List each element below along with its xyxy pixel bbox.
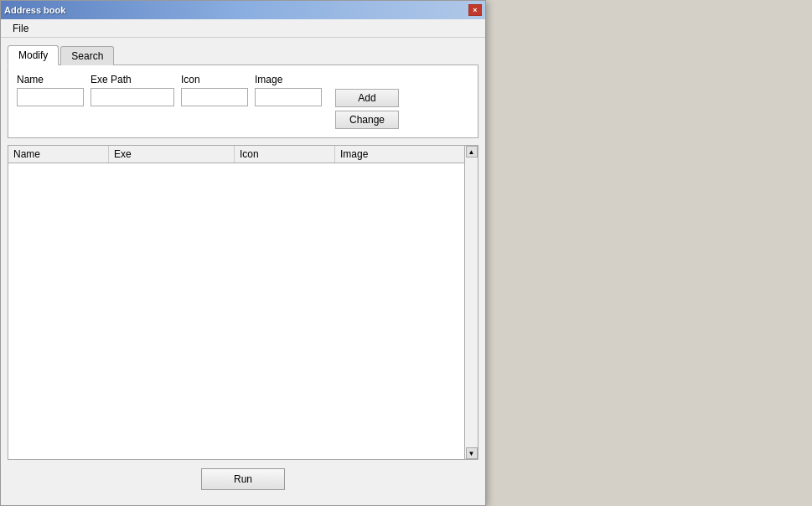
icon-input[interactable]	[181, 88, 248, 106]
tab-bar: Modify Search	[8, 44, 478, 65]
change-button[interactable]: Change	[335, 111, 399, 129]
image-label: Image	[255, 74, 322, 85]
list-header: Name Exe Icon Image	[8, 146, 464, 163]
form-row: Name Exe Path Icon Image	[17, 74, 469, 129]
window-title: Address book	[4, 5, 65, 15]
action-buttons: Add Change	[335, 74, 399, 129]
close-button[interactable]: ×	[468, 4, 482, 16]
name-input[interactable]	[17, 88, 84, 106]
list-area: Name Exe Icon Image ▲ ▼	[8, 145, 478, 460]
icon-field-group: Icon	[181, 74, 248, 106]
main-window: Address book × File Modify Search Name	[0, 0, 486, 506]
bottom-bar: Run	[8, 460, 478, 498]
scroll-down-btn[interactable]: ▼	[466, 447, 478, 459]
list-outer: Name Exe Icon Image ▲ ▼	[8, 145, 478, 460]
image-input[interactable]	[255, 88, 322, 106]
add-button[interactable]: Add	[335, 89, 399, 107]
list-body[interactable]	[8, 163, 464, 459]
modify-tab-content: Name Exe Path Icon Image	[8, 65, 478, 138]
title-bar: Address book ×	[1, 1, 485, 19]
scroll-up-btn[interactable]: ▲	[466, 146, 478, 157]
title-bar-controls: ×	[468, 4, 482, 16]
col-exe: Exe	[109, 146, 235, 163]
col-icon: Icon	[235, 146, 335, 163]
col-name: Name	[8, 146, 109, 163]
exe-field-group: Exe Path	[91, 74, 174, 106]
run-button[interactable]: Run	[201, 468, 285, 490]
scrollbar[interactable]: ▲ ▼	[464, 146, 478, 459]
tab-search[interactable]: Search	[60, 46, 114, 65]
icon-label: Icon	[181, 74, 248, 85]
window-content: Modify Search Name Exe Path Icon	[1, 38, 485, 505]
exe-input[interactable]	[91, 88, 174, 106]
list-inner: Name Exe Icon Image	[8, 146, 464, 459]
exe-label: Exe Path	[91, 74, 174, 85]
tab-modify[interactable]: Modify	[8, 45, 59, 65]
col-image: Image	[335, 146, 464, 163]
name-field-group: Name	[17, 74, 84, 106]
file-menu[interactable]: File	[6, 21, 35, 36]
image-field-group: Image	[255, 74, 322, 106]
name-label: Name	[17, 74, 84, 85]
menu-bar: File	[1, 19, 485, 38]
